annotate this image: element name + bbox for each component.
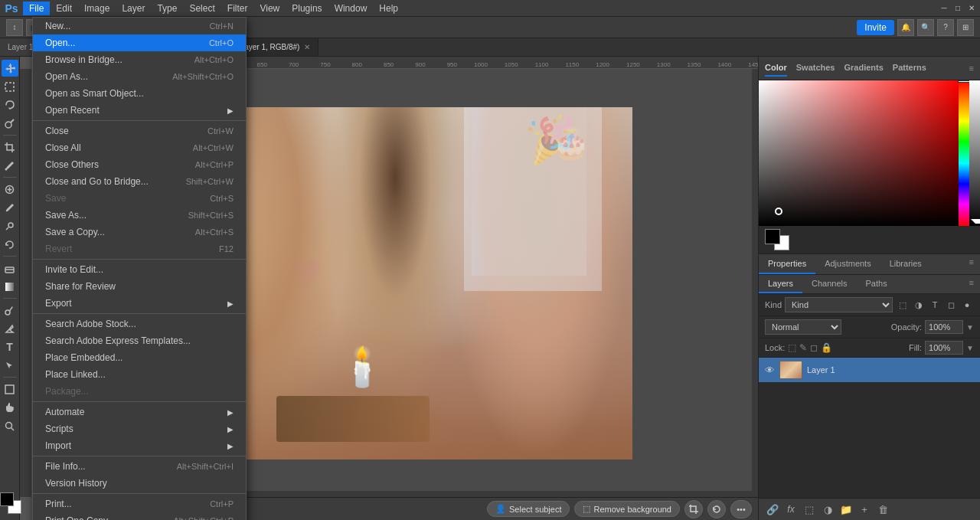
filter-smart-icon[interactable]: ● bbox=[960, 298, 974, 312]
menu-scripts[interactable]: Scripts ▶ bbox=[33, 420, 246, 437]
help-btn[interactable]: ? bbox=[937, 19, 954, 36]
menu-save-as[interactable]: Save As... Shift+Ctrl+S bbox=[33, 207, 246, 224]
fill-input[interactable] bbox=[925, 341, 963, 355]
menu-select[interactable]: Select bbox=[183, 2, 220, 15]
fg-bg-color-selector[interactable] bbox=[0, 492, 21, 514]
menu-export[interactable]: Export ▶ bbox=[33, 295, 246, 312]
add-mask-icon[interactable]: ⬚ bbox=[802, 502, 817, 517]
hand-tool[interactable] bbox=[2, 399, 18, 416]
more-tools-btn[interactable]: ••• bbox=[730, 500, 752, 518]
filter-shape-icon[interactable]: ◻ bbox=[944, 298, 958, 312]
notifications-btn[interactable]: 🔔 bbox=[897, 19, 914, 36]
workspace-btn[interactable]: ⊞ bbox=[957, 19, 974, 36]
tab-layers[interactable]: Layers bbox=[759, 275, 802, 293]
minimize-button[interactable]: ─ bbox=[939, 3, 949, 14]
invite-button[interactable]: Invite bbox=[857, 20, 894, 35]
menu-search-express[interactable]: Search Adobe Express Templates... bbox=[33, 332, 246, 349]
tab-patterns[interactable]: Patterns bbox=[893, 60, 926, 77]
filter-adjust-icon[interactable]: ◑ bbox=[912, 298, 926, 312]
eraser-tool[interactable] bbox=[2, 260, 18, 276]
lock-all-icon[interactable]: 🔒 bbox=[821, 342, 832, 353]
menu-file[interactable]: File bbox=[23, 2, 50, 15]
tab-paths[interactable]: Paths bbox=[857, 275, 897, 293]
close-button[interactable]: ✕ bbox=[966, 3, 977, 14]
adjustment-layer-icon[interactable]: ◑ bbox=[820, 502, 835, 517]
menu-close-bridge[interactable]: Close and Go to Bridge... Shift+Ctrl+W bbox=[33, 173, 246, 190]
menu-close-others[interactable]: Close Others Alt+Ctrl+P bbox=[33, 156, 246, 173]
zoom-tool[interactable] bbox=[2, 417, 18, 434]
menu-window[interactable]: Window bbox=[328, 2, 374, 15]
menu-open-as[interactable]: Open As... Alt+Shift+Ctrl+O bbox=[33, 68, 246, 85]
menu-print-one[interactable]: Print One Copy Alt+Shift+Ctrl+P bbox=[33, 512, 246, 520]
tab-channels[interactable]: Channels bbox=[802, 275, 856, 293]
tab-1-close[interactable]: ✕ bbox=[304, 43, 310, 51]
history-brush-tool[interactable] bbox=[2, 236, 18, 253]
tab-adjustments[interactable]: Adjustments bbox=[815, 254, 880, 274]
folder-icon[interactable]: 📁 bbox=[838, 502, 854, 517]
menu-type[interactable]: Type bbox=[151, 2, 183, 15]
color-panel-collapse[interactable]: ≡ bbox=[969, 64, 974, 73]
tab-gradients[interactable]: Gradients bbox=[844, 60, 883, 77]
delete-layer-icon[interactable]: 🗑 bbox=[875, 502, 890, 517]
color-fg-bg[interactable] bbox=[765, 229, 789, 250]
filter-text-icon[interactable]: T bbox=[928, 298, 942, 312]
menu-version-history[interactable]: Version History bbox=[33, 475, 246, 492]
menu-image[interactable]: Image bbox=[78, 2, 116, 15]
menu-file-info[interactable]: File Info... Alt+Shift+Ctrl+I bbox=[33, 458, 246, 475]
maximize-button[interactable]: □ bbox=[952, 3, 963, 14]
menu-filter[interactable]: Filter bbox=[221, 2, 254, 15]
menu-layer[interactable]: Layer bbox=[116, 2, 151, 15]
rotate-bottom-btn[interactable] bbox=[707, 500, 726, 518]
fill-arrow[interactable]: ▼ bbox=[966, 344, 974, 352]
tab-libraries[interactable]: Libraries bbox=[880, 254, 931, 274]
vertical-scrollbar[interactable] bbox=[752, 69, 758, 497]
link-layers-icon[interactable]: 🔗 bbox=[765, 502, 780, 517]
crop-tool[interactable] bbox=[2, 139, 18, 155]
select-rect-tool[interactable] bbox=[2, 78, 18, 95]
blend-mode-dropdown[interactable]: Normal bbox=[765, 319, 841, 335]
menu-open-recent[interactable]: Open Recent ▶ bbox=[33, 102, 246, 119]
layer-visibility-toggle[interactable]: 👁 bbox=[765, 365, 775, 376]
rect-shape-tool[interactable] bbox=[2, 381, 18, 397]
menu-invite-edit[interactable]: Invite to Edit... bbox=[33, 261, 246, 278]
menu-browse-bridge[interactable]: Browse in Bridge... Alt+Ctrl+O bbox=[33, 51, 246, 68]
menu-open[interactable]: Open... Ctrl+O bbox=[33, 34, 246, 51]
hue-slider[interactable] bbox=[959, 80, 969, 226]
opacity-input[interactable] bbox=[925, 320, 963, 334]
menu-share-review[interactable]: Share for Review bbox=[33, 278, 246, 295]
tab-properties[interactable]: Properties bbox=[759, 254, 815, 274]
quick-select-tool[interactable] bbox=[2, 115, 18, 132]
menu-edit[interactable]: Edit bbox=[50, 2, 78, 15]
lock-position-icon[interactable]: ✎ bbox=[799, 342, 807, 353]
menu-close-all[interactable]: Close All Alt+Ctrl+W bbox=[33, 139, 246, 156]
new-layer-icon[interactable]: + bbox=[857, 502, 872, 517]
move-tool[interactable] bbox=[2, 60, 18, 77]
remove-background-button[interactable]: ⬚ Remove background bbox=[574, 501, 680, 517]
path-select-tool[interactable] bbox=[2, 357, 18, 374]
lasso-tool[interactable] bbox=[2, 96, 18, 113]
menu-save-copy[interactable]: Save a Copy... Alt+Ctrl+S bbox=[33, 224, 246, 240]
gradient-tool[interactable] bbox=[2, 278, 18, 295]
dodge-tool[interactable] bbox=[2, 302, 18, 319]
tab-swatches[interactable]: Swatches bbox=[796, 60, 835, 77]
filter-dropdown[interactable]: Kind bbox=[785, 297, 893, 312]
text-tool[interactable]: T bbox=[2, 338, 18, 355]
lock-artboard-icon[interactable]: ◻ bbox=[810, 342, 818, 353]
menu-search-stock[interactable]: Search Adobe Stock... bbox=[33, 316, 246, 332]
menu-new[interactable]: New... Ctrl+N bbox=[33, 18, 246, 34]
eyedropper-tool[interactable] bbox=[2, 157, 18, 174]
menu-open-smart[interactable]: Open as Smart Object... bbox=[33, 85, 246, 102]
clone-stamp-tool[interactable] bbox=[2, 217, 18, 234]
brightness-slider[interactable] bbox=[969, 80, 980, 226]
lock-pixels-icon[interactable]: ⬚ bbox=[788, 342, 796, 353]
menu-place-embedded[interactable]: Place Embedded... bbox=[33, 349, 246, 366]
color-picker[interactable] bbox=[759, 80, 980, 226]
crop-bottom-btn[interactable] bbox=[684, 500, 703, 518]
menu-print[interactable]: Print... Ctrl+P bbox=[33, 495, 246, 512]
filter-pixel-icon[interactable]: ⬚ bbox=[896, 298, 910, 312]
fx-icon[interactable]: fx bbox=[783, 502, 799, 517]
move-tool-option[interactable]: ↕ bbox=[6, 19, 23, 36]
menu-automate[interactable]: Automate ▶ bbox=[33, 404, 246, 420]
menu-plugins[interactable]: Plugins bbox=[286, 2, 328, 15]
spot-heal-tool[interactable] bbox=[2, 181, 18, 198]
